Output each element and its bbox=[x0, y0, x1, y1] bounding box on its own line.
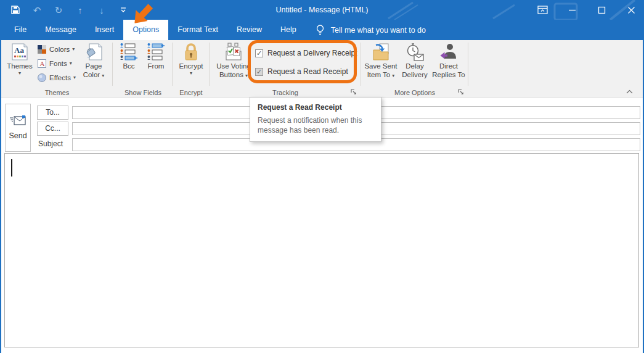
redo-icon[interactable]: ↻ bbox=[53, 4, 64, 15]
undo-icon[interactable]: ↶ bbox=[31, 4, 43, 15]
group-label-more-options: More Options bbox=[361, 89, 468, 96]
fonts-button[interactable]: A Fonts▾ bbox=[37, 56, 76, 70]
page-color-label: Page Color ▾ bbox=[78, 62, 110, 80]
themes-icon: Aa bbox=[5, 41, 35, 62]
window-controls bbox=[537, 0, 637, 20]
tab-help[interactable]: Help bbox=[271, 20, 306, 40]
customize-quick-access-toolbar-icon[interactable] bbox=[118, 4, 129, 15]
themes-button-label: Themes bbox=[5, 62, 35, 71]
send-label: Send bbox=[9, 131, 26, 140]
group-label-tracking: Tracking bbox=[210, 89, 361, 96]
colors-icon bbox=[37, 44, 47, 54]
from-label: From bbox=[142, 62, 169, 71]
tell-me-box[interactable]: Tell me what you want to do bbox=[316, 20, 426, 40]
direct-replies-to-button[interactable]: Direct Replies To bbox=[431, 41, 467, 80]
tab-review[interactable]: Review bbox=[227, 20, 271, 40]
tracking-dialog-launcher-icon[interactable] bbox=[350, 88, 357, 96]
tab-format-text[interactable]: Format Text bbox=[168, 20, 227, 40]
chevron-down-icon: ▾ bbox=[176, 71, 206, 76]
tab-insert[interactable]: Insert bbox=[86, 20, 123, 40]
collapse-ribbon-icon[interactable] bbox=[624, 88, 634, 95]
fonts-icon: A bbox=[37, 59, 47, 69]
voting-ballot-icon bbox=[212, 41, 255, 62]
save-sent-item-label: Save Sent Item To ▾ bbox=[363, 62, 399, 80]
tooltip-request-read-receipt: Request a Read Receipt Request a notific… bbox=[250, 97, 381, 142]
svg-text:Aa: Aa bbox=[14, 46, 24, 55]
group-label-show-fields: Show Fields bbox=[113, 89, 173, 96]
ribbon-group-encrypt: Encrypt ▾ Encrypt bbox=[173, 40, 210, 97]
minimize-button[interactable] bbox=[566, 4, 577, 15]
from-icon bbox=[142, 41, 169, 62]
save-sent-item-to-button[interactable]: Save Sent Item To ▾ bbox=[363, 41, 399, 80]
encrypt-label: Encrypt bbox=[176, 62, 206, 71]
encrypt-button[interactable]: Encrypt ▾ bbox=[176, 41, 206, 76]
ribbon-display-options-icon[interactable] bbox=[537, 4, 548, 15]
ribbon-group-more-options: Save Sent Item To ▾ Delay Delivery bbox=[361, 40, 468, 97]
save-icon[interactable] bbox=[10, 4, 21, 15]
direct-replies-label: Direct Replies To bbox=[431, 62, 467, 80]
save-sent-item-icon bbox=[363, 41, 399, 62]
ribbon-tab-bar: File Message Insert Options Format Text … bbox=[0, 20, 644, 40]
titlebar-doodle bbox=[382, 1, 456, 20]
effects-button[interactable]: Effects▾ bbox=[37, 70, 76, 85]
group-separator bbox=[112, 43, 113, 86]
themes-button[interactable]: Aa Themes ▾ bbox=[5, 41, 35, 76]
colors-button[interactable]: Colors▾ bbox=[37, 42, 76, 56]
svg-text:A: A bbox=[39, 60, 44, 67]
close-button[interactable] bbox=[626, 4, 637, 15]
lightbulb-icon bbox=[316, 24, 325, 36]
message-body-editor[interactable] bbox=[4, 153, 639, 347]
ribbon-group-show-fields: Bcc From Show Fields bbox=[113, 40, 173, 97]
checkbox-request-read-receipt[interactable]: Request a Read Receipt bbox=[255, 67, 348, 76]
title-bar: ↶ ↻ ↑ ↓ Untitled - Message (HTML) bbox=[0, 0, 644, 20]
window-title: Untitled - Message (HTML) bbox=[275, 0, 368, 20]
bcc-button[interactable]: Bcc bbox=[116, 41, 141, 71]
move-up-icon[interactable]: ↑ bbox=[75, 4, 86, 15]
use-voting-buttons-label: Use Voting Buttons ▾ bbox=[212, 62, 255, 80]
checkbox-icon[interactable] bbox=[255, 68, 263, 76]
text-cursor bbox=[11, 159, 12, 176]
effects-icon bbox=[37, 73, 47, 83]
subject-label: Subject bbox=[38, 139, 63, 148]
send-envelope-icon bbox=[10, 115, 26, 127]
bcc-label: Bcc bbox=[116, 62, 141, 71]
tab-options[interactable]: Options bbox=[123, 20, 168, 40]
group-label-encrypt: Encrypt bbox=[173, 89, 210, 96]
checkbox-icon[interactable] bbox=[255, 49, 263, 57]
tab-file[interactable]: File bbox=[5, 20, 36, 40]
ribbon-group-tracking: Use Voting Buttons ▾ Request a Delivery … bbox=[210, 40, 361, 97]
page-color-button[interactable]: Page Color ▾ bbox=[78, 41, 110, 80]
tooltip-body: Request a notification when this message… bbox=[258, 115, 373, 135]
direct-replies-icon bbox=[431, 41, 467, 62]
delay-delivery-button[interactable]: Delay Delivery bbox=[399, 41, 431, 80]
delay-delivery-label: Delay Delivery bbox=[399, 62, 431, 80]
checkbox-request-delivery-receipt[interactable]: Request a Delivery Receipt bbox=[255, 49, 357, 57]
ribbon-group-themes: Aa Themes ▾ Colors▾ bbox=[1, 40, 113, 97]
page-color-icon bbox=[78, 41, 110, 62]
quick-access-toolbar: ↶ ↻ ↑ ↓ bbox=[10, 0, 129, 20]
cc-button[interactable]: Cc... bbox=[37, 122, 68, 136]
more-options-dialog-launcher-icon[interactable] bbox=[457, 88, 465, 96]
send-button[interactable]: Send bbox=[5, 104, 31, 152]
move-down-icon[interactable]: ↓ bbox=[96, 4, 107, 15]
maximize-button[interactable] bbox=[596, 4, 607, 15]
ribbon: Aa Themes ▾ Colors▾ bbox=[1, 40, 643, 98]
bcc-icon bbox=[116, 41, 141, 62]
tell-me-label: Tell me what you want to do bbox=[331, 26, 426, 35]
to-button[interactable]: To... bbox=[37, 106, 68, 120]
group-separator bbox=[468, 43, 468, 86]
delay-delivery-icon bbox=[399, 41, 431, 62]
group-label-themes: Themes bbox=[1, 89, 113, 96]
from-button[interactable]: From bbox=[142, 41, 169, 71]
chevron-down-icon: ▾ bbox=[5, 71, 35, 76]
tooltip-title: Request a Read Receipt bbox=[258, 103, 373, 112]
window-border-left bbox=[0, 0, 1, 353]
tab-message[interactable]: Message bbox=[36, 20, 86, 40]
use-voting-buttons-button[interactable]: Use Voting Buttons ▾ bbox=[212, 41, 255, 80]
checkbox-label: Request a Delivery Receipt bbox=[267, 49, 357, 57]
checkbox-label: Request a Read Receipt bbox=[267, 67, 348, 76]
lock-icon bbox=[176, 41, 206, 62]
